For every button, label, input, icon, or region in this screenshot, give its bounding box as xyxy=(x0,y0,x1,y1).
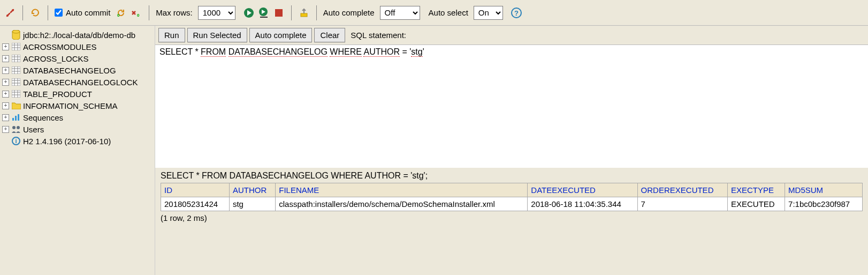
tree-version-label: H2 1.4.196 (2017-06-10) xyxy=(23,137,111,146)
refresh-icon[interactable] xyxy=(29,7,41,19)
tree-item[interactable]: + DATABASECHANGELOG xyxy=(2,64,153,76)
help-icon[interactable]: ? xyxy=(511,7,522,19)
run-icon[interactable] xyxy=(243,7,255,19)
content-area: Run Run Selected Auto complete Clear SQL… xyxy=(155,26,868,275)
table-cell: EXECUTED xyxy=(727,197,785,211)
max-rows-select[interactable]: 1000 xyxy=(198,6,235,20)
expand-icon[interactable]: + xyxy=(2,102,9,109)
tree-item[interactable]: + INFORMATION_SCHEMA xyxy=(2,100,153,112)
tree-item-label: Users xyxy=(23,125,44,134)
table-cell: stg xyxy=(229,197,275,211)
run-button[interactable]: Run xyxy=(158,28,185,42)
expand-icon[interactable]: + xyxy=(2,91,9,98)
tree-item-label: DATABASECHANGELOG xyxy=(23,66,116,75)
sql-text: SELECT * FROM DATABASECHANGELOG WHERE AU… xyxy=(159,47,424,57)
expand-icon[interactable]: + xyxy=(2,55,9,62)
auto-select-label: Auto select xyxy=(429,8,468,17)
column-header[interactable]: DATEEXECUTED xyxy=(528,183,637,197)
database-icon xyxy=(11,30,21,40)
expand-icon[interactable]: + xyxy=(2,67,9,74)
svg-rect-18 xyxy=(12,55,20,62)
result-table: ID AUTHOR FILENAME DATEEXECUTED ORDEREXE… xyxy=(161,183,863,211)
column-header[interactable]: ID xyxy=(161,183,230,197)
table-cell: 7 xyxy=(637,197,727,211)
separator xyxy=(291,5,292,20)
svg-rect-23 xyxy=(12,66,20,74)
table-icon xyxy=(11,77,21,87)
disconnect-icon[interactable] xyxy=(4,7,16,19)
stop-icon[interactable] xyxy=(273,7,285,19)
separator xyxy=(48,5,48,20)
tree-item[interactable]: + TABLE_PRODUCT xyxy=(2,88,153,100)
expand-icon[interactable]: + xyxy=(2,114,9,121)
tree-item-label: ACROSSMODULES xyxy=(23,42,97,51)
users-icon xyxy=(11,124,21,134)
tree-version: + i H2 1.4.196 (2017-06-10) xyxy=(2,135,153,147)
table-cell: classpath:installers/demo/schema/DemoSch… xyxy=(276,197,528,211)
auto-complete-label: Auto complete xyxy=(323,8,375,17)
results-panel: SELECT * FROM DATABASECHANGELOG WHERE AU… xyxy=(155,168,868,275)
svg-rect-7 xyxy=(275,9,283,17)
svg-text:0: 0 xyxy=(137,13,140,18)
auto-commit-label: Auto commit xyxy=(66,8,110,17)
tree-item[interactable]: + ACROSS_LOCKS xyxy=(2,53,153,64)
table-icon xyxy=(11,89,21,99)
auto-complete-select[interactable]: Off xyxy=(380,6,420,20)
table-cell: 2018-06-18 11:04:35.344 xyxy=(528,197,637,211)
svg-rect-28 xyxy=(12,78,20,86)
run-selected-button[interactable]: Run Selected xyxy=(187,28,247,42)
svg-text:i: i xyxy=(15,138,17,144)
auto-complete-button[interactable]: Auto complete xyxy=(249,28,313,42)
main-area: + jdbc:h2:./local-data/db/demo-db + ACRO… xyxy=(0,26,868,275)
column-header[interactable]: MD5SUM xyxy=(785,183,863,197)
separator xyxy=(22,5,23,20)
history-icon[interactable] xyxy=(298,7,310,19)
table-icon xyxy=(11,65,21,75)
table-icon xyxy=(11,54,21,63)
sql-statement-label: SQL statement: xyxy=(351,31,406,40)
tree-item[interactable]: + DATABASECHANGELOGLOCK xyxy=(2,76,153,88)
tree-item-label: DATABASECHANGELOGLOCK xyxy=(23,78,138,87)
result-meta: (1 row, 2 ms) xyxy=(161,213,863,222)
rollback-icon[interactable]: 0 xyxy=(131,7,142,19)
svg-rect-8 xyxy=(301,13,307,17)
svg-text:?: ? xyxy=(514,9,519,17)
svg-point-1 xyxy=(12,9,14,11)
svg-rect-13 xyxy=(12,43,20,50)
column-header[interactable]: EXECTYPE xyxy=(727,183,785,197)
tree-root[interactable]: + jdbc:h2:./local-data/db/demo-db xyxy=(2,29,153,41)
svg-rect-40 xyxy=(18,114,19,121)
table-cell: 7:1bc0bc230f987 xyxy=(785,197,863,211)
sql-editor[interactable]: SELECT * FROM DATABASECHANGELOG WHERE AU… xyxy=(155,44,868,168)
commit-icon[interactable]: 0 xyxy=(116,7,127,19)
svg-point-41 xyxy=(12,126,16,129)
column-header[interactable]: AUTHOR xyxy=(229,183,275,197)
max-rows-label: Max rows: xyxy=(156,8,192,17)
info-icon: i xyxy=(11,136,21,146)
top-toolbar: Auto commit 0 0 Max rows: 1000 Auto comp… xyxy=(0,0,868,26)
sequences-icon xyxy=(11,113,21,122)
separator xyxy=(316,5,317,20)
table-icon xyxy=(11,42,21,51)
expand-icon[interactable]: + xyxy=(2,126,9,133)
column-header[interactable]: ORDEREXECUTED xyxy=(637,183,727,197)
svg-rect-39 xyxy=(15,116,17,121)
svg-text:0: 0 xyxy=(117,13,120,18)
run-selected-icon[interactable] xyxy=(258,7,270,19)
svg-rect-38 xyxy=(12,118,14,121)
svg-point-42 xyxy=(17,126,20,129)
tree-item[interactable]: + Users xyxy=(2,123,153,135)
tree-item-label: ACROSS_LOCKS xyxy=(23,54,89,63)
auto-commit-checkbox[interactable] xyxy=(55,9,63,17)
tree-item[interactable]: + ACROSSMODULES xyxy=(2,41,153,53)
tree-item[interactable]: + Sequences xyxy=(2,112,153,123)
expand-icon[interactable]: + xyxy=(2,79,9,86)
svg-rect-33 xyxy=(12,90,20,98)
column-header[interactable]: FILENAME xyxy=(276,183,528,197)
auto-select-select[interactable]: On xyxy=(474,6,503,20)
expand-icon[interactable]: + xyxy=(2,43,9,50)
sql-toolbar: Run Run Selected Auto complete Clear SQL… xyxy=(155,26,868,44)
clear-button[interactable]: Clear xyxy=(314,28,345,42)
table-row[interactable]: 201805231424 stg classpath:installers/de… xyxy=(161,197,863,211)
tree-item-label: INFORMATION_SCHEMA xyxy=(23,101,117,110)
